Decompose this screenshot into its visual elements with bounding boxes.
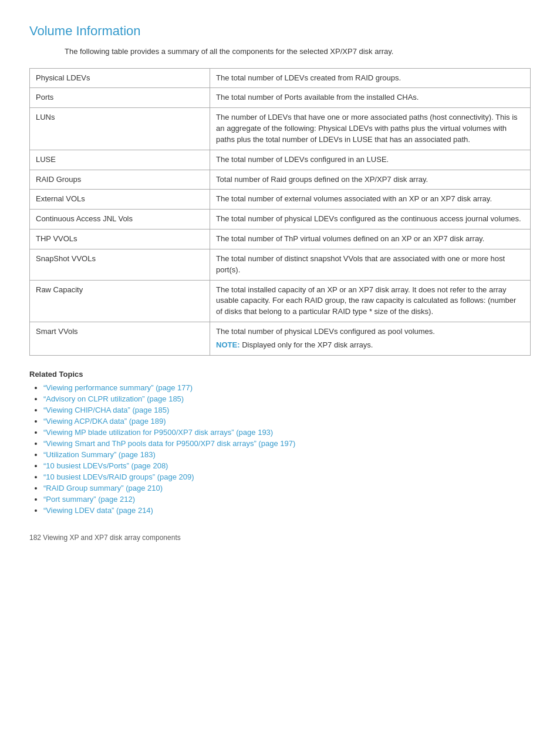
list-item: “Viewing MP blade utilization for P9500/…: [43, 428, 531, 437]
definition-text: The total number of Ports available from…: [216, 93, 419, 102]
list-item: “Utilization Summary” (page 183): [43, 450, 531, 459]
definition-cell: The total installed capacity of an XP or…: [210, 280, 531, 322]
note-text: NOTE: Displayed only for the XP7 disk ar…: [216, 340, 524, 351]
table-row: Smart VVolsThe total number of physical …: [30, 322, 531, 356]
related-link[interactable]: “Utilization Summary” (page 183): [43, 450, 156, 459]
term-cell: External VOLs: [30, 190, 210, 210]
related-link[interactable]: “Viewing Smart and ThP pools data for P9…: [43, 439, 295, 448]
definition-cell: The total number of distinct snapshot VV…: [210, 249, 531, 280]
table-row: RAID GroupsTotal number of Raid groups d…: [30, 170, 531, 190]
definition-text: The total number of LDEVs configured in …: [216, 155, 389, 164]
related-link[interactable]: “Port summary” (page 212): [43, 495, 135, 504]
definition-cell: The total number of ThP virtual volumes …: [210, 229, 531, 249]
list-item: “Viewing Smart and ThP pools data for P9…: [43, 439, 531, 448]
related-link[interactable]: “Viewing performance summary” (page 177): [43, 383, 193, 392]
definition-cell: The total number of physical LDEVs confi…: [210, 322, 531, 356]
table-row: SnapShot VVOLsThe total number of distin…: [30, 249, 531, 280]
related-link[interactable]: “Viewing LDEV data” (page 214): [43, 506, 153, 515]
related-link[interactable]: “Viewing ACP/DKA data” (page 189): [43, 417, 166, 426]
term-cell: SnapShot VVOLs: [30, 249, 210, 280]
term-cell: THP VVOLs: [30, 229, 210, 249]
term-cell: Ports: [30, 88, 210, 108]
table-row: PortsThe total number of Ports available…: [30, 88, 531, 108]
table-row: THP VVOLsThe total number of ThP virtual…: [30, 229, 531, 249]
term-cell: Physical LDEVs: [30, 68, 210, 88]
list-item: “Viewing performance summary” (page 177): [43, 383, 531, 392]
intro-text: The following table provides a summary o…: [65, 46, 531, 58]
list-item: “10 busiest LDEVs/Ports” (page 208): [43, 461, 531, 470]
table-row: LUSEThe total number of LDEVs configured…: [30, 150, 531, 170]
related-link[interactable]: “10 busiest LDEVs/Ports” (page 208): [43, 461, 168, 470]
related-topics-list: “Viewing performance summary” (page 177)…: [29, 383, 531, 515]
definition-cell: The total number of physical LDEVs confi…: [210, 210, 531, 229]
term-cell: LUSE: [30, 150, 210, 170]
table-row: Continuous Access JNL VolsThe total numb…: [30, 210, 531, 229]
definition-cell: The total number of LDEVs created from R…: [210, 68, 531, 88]
table-row: External VOLsThe total number of externa…: [30, 190, 531, 210]
term-cell: Continuous Access JNL Vols: [30, 210, 210, 229]
definition-text: The total number of external volumes ass…: [216, 194, 492, 203]
note-content: Displayed only for the XP7 disk arrays.: [242, 340, 373, 349]
definition-text: The total installed capacity of an XP or…: [216, 285, 516, 316]
term-cell: Smart VVols: [30, 322, 210, 356]
list-item: “Viewing LDEV data” (page 214): [43, 506, 531, 515]
table-row: Physical LDEVsThe total number of LDEVs …: [30, 68, 531, 88]
list-item: “10 busiest LDEVs/RAID groups” (page 209…: [43, 472, 531, 481]
definition-cell: Total number of Raid groups defined on t…: [210, 170, 531, 190]
related-link[interactable]: “Viewing MP blade utilization for P9500/…: [43, 428, 273, 437]
page-title: Volume Information: [29, 23, 531, 39]
term-cell: LUNs: [30, 108, 210, 150]
definition-cell: The number of LDEVs that have one or mor…: [210, 108, 531, 150]
list-item: “Viewing CHIP/CHA data” (page 185): [43, 406, 531, 414]
definition-text: The total number of LDEVs created from R…: [216, 73, 401, 82]
definition-text: Total number of Raid groups defined on t…: [216, 175, 428, 184]
related-link[interactable]: “Viewing CHIP/CHA data” (page 185): [43, 406, 169, 414]
definition-text: The total number of distinct snapshot VV…: [216, 254, 505, 274]
definition-text: The number of LDEVs that have one or mor…: [216, 113, 518, 144]
list-item: “RAID Group summary” (page 210): [43, 484, 531, 492]
definition-text: The total number of physical LDEVs confi…: [216, 214, 521, 223]
list-item: “Advisory on CLPR utilization” (page 185…: [43, 394, 531, 403]
definition-text: The total number of ThP virtual volumes …: [216, 234, 484, 243]
related-topics-heading: Related Topics: [29, 370, 531, 379]
table-row: Raw CapacityThe total installed capacity…: [30, 280, 531, 322]
list-item: “Port summary” (page 212): [43, 495, 531, 504]
page-footer: 182 Viewing XP and XP7 disk array compon…: [29, 534, 531, 542]
list-item: “Viewing ACP/DKA data” (page 189): [43, 417, 531, 426]
related-link[interactable]: “10 busiest LDEVs/RAID groups” (page 209…: [43, 472, 194, 481]
term-cell: RAID Groups: [30, 170, 210, 190]
definition-text: The total number of physical LDEVs confi…: [216, 327, 435, 336]
table-row: LUNsThe number of LDEVs that have one or…: [30, 108, 531, 150]
definition-cell: The total number of external volumes ass…: [210, 190, 531, 210]
definition-cell: The total number of LDEVs configured in …: [210, 150, 531, 170]
related-topics-section: Related Topics “Viewing performance summ…: [29, 370, 531, 515]
note-label: NOTE:: [216, 340, 242, 349]
related-link[interactable]: “Advisory on CLPR utilization” (page 185…: [43, 394, 184, 403]
definition-cell: The total number of Ports available from…: [210, 88, 531, 108]
related-link[interactable]: “RAID Group summary” (page 210): [43, 484, 163, 492]
volume-info-table: Physical LDEVsThe total number of LDEVs …: [29, 68, 531, 356]
term-cell: Raw Capacity: [30, 280, 210, 322]
